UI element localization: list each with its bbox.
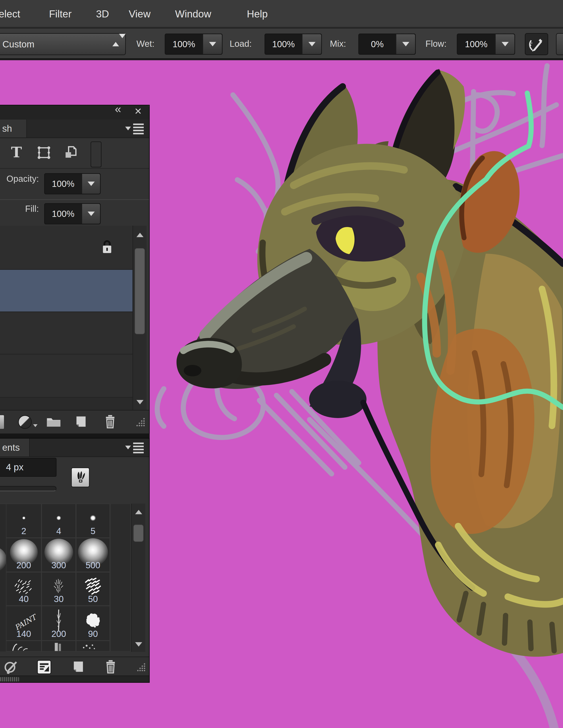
scrollbar-thumb[interactable] xyxy=(135,248,145,334)
brush-horizontal-scrollbar[interactable] xyxy=(0,675,149,682)
brush-preset[interactable]: 200 xyxy=(41,606,76,641)
brush-preset-grid: 2 4 5 200 300 500 xyxy=(6,504,110,651)
layer-row-selected[interactable] xyxy=(0,270,132,312)
brush-preset-partial[interactable] xyxy=(41,641,76,651)
folder-icon xyxy=(46,416,61,427)
panel-resize-grip[interactable] xyxy=(135,661,146,673)
brush-preset[interactable]: 30 xyxy=(41,572,76,606)
opacity-label: Opacity: xyxy=(0,174,39,184)
shape-filter-icon[interactable] xyxy=(37,146,51,160)
opacity-dropdown[interactable] xyxy=(81,174,100,194)
adjustment-layer-button[interactable] xyxy=(18,415,32,429)
mix-dropdown[interactable] xyxy=(396,34,415,54)
preset-stepper[interactable] xyxy=(112,38,119,51)
delete-preset-button[interactable] xyxy=(104,660,117,675)
wet-dropdown[interactable] xyxy=(202,34,222,54)
new-preset-button[interactable] xyxy=(71,660,85,674)
fill-field[interactable]: 100% xyxy=(44,203,101,224)
trash-icon xyxy=(104,415,117,429)
opacity-field[interactable]: 100% xyxy=(44,173,101,194)
brush-preset[interactable]: 4 xyxy=(41,504,76,538)
fill-label: Fill: xyxy=(0,204,39,214)
scroll-up-icon[interactable] xyxy=(136,233,143,237)
brush-scrollbar[interactable] xyxy=(131,504,145,652)
brush-preset[interactable]: PAINT 140 xyxy=(6,606,41,641)
flow-label: Flow: xyxy=(426,39,447,49)
brush-size-slider[interactable] xyxy=(0,486,56,491)
options-partial-button[interactable] xyxy=(556,33,563,55)
brush-settings-button[interactable] xyxy=(4,659,20,676)
new-layer-button[interactable] xyxy=(74,415,88,429)
type-filter-icon[interactable]: T xyxy=(11,144,22,161)
layer-row[interactable] xyxy=(0,312,132,355)
close-panel-icon[interactable]: ✕ xyxy=(134,106,142,117)
layer-list xyxy=(0,226,132,410)
preset-view-button[interactable] xyxy=(37,660,51,674)
caret-down-icon xyxy=(33,424,38,427)
layer-row-background[interactable] xyxy=(0,226,132,270)
photoshop-window: elect Filter 3D View Window Help Custom … xyxy=(0,0,563,728)
scroll-down-icon[interactable] xyxy=(135,642,142,647)
menu-window[interactable]: Window xyxy=(175,4,211,24)
brush-preset-partial[interactable] xyxy=(6,641,41,651)
scroll-down-icon[interactable] xyxy=(136,400,143,404)
scroll-up-icon[interactable] xyxy=(135,510,142,514)
brush-tab-row: ents xyxy=(0,439,149,457)
brush-preset[interactable]: 500 xyxy=(76,538,110,572)
brush-size-field[interactable]: 4 px xyxy=(0,458,56,477)
delete-layer-button[interactable] xyxy=(104,415,117,430)
brush-preset[interactable]: 5 xyxy=(76,504,110,538)
chevron-down-icon xyxy=(402,42,409,46)
brush-preset-partial[interactable] xyxy=(76,641,110,651)
wet-field[interactable]: 100% xyxy=(165,34,222,55)
layer-filter-toggle[interactable] xyxy=(90,141,102,167)
brush-preset[interactable]: 90 xyxy=(76,606,110,641)
bristle-preview-button[interactable] xyxy=(71,467,90,487)
panel-menu-icon[interactable] xyxy=(125,443,144,454)
brush-preset[interactable]: 50 xyxy=(76,572,110,606)
link-layers-icon[interactable] xyxy=(0,415,4,429)
collapse-panel-icon[interactable]: « xyxy=(115,102,120,116)
new-group-button[interactable] xyxy=(46,416,61,428)
menu-3d[interactable]: 3D xyxy=(96,4,109,24)
layers-bottom-toolbar xyxy=(0,410,149,433)
brush-preset[interactable]: 300 xyxy=(41,538,76,572)
wet-label: Wet: xyxy=(136,39,154,49)
new-layer-icon xyxy=(74,415,88,428)
scrollbar-thumb[interactable] xyxy=(133,525,143,542)
brush-thumb-dot xyxy=(22,516,25,520)
hscroll-thumb[interactable] xyxy=(0,677,19,681)
brush-grid-gutter xyxy=(110,504,131,651)
load-dropdown[interactable] xyxy=(302,34,321,54)
mix-field[interactable]: 0% xyxy=(358,34,416,55)
layers-panel-tab[interactable]: sh xyxy=(0,120,27,137)
airbrush-toggle-button[interactable] xyxy=(525,33,548,55)
smart-object-filter-icon[interactable] xyxy=(63,145,78,160)
menu-filter[interactable]: Filter xyxy=(49,4,71,24)
flow-field[interactable]: 100% xyxy=(457,34,515,55)
adjustment-layer-icon xyxy=(18,415,32,429)
brush-preset[interactable]: 2 xyxy=(6,504,41,538)
preset-value: Custom xyxy=(2,39,34,50)
brush-preset[interactable]: 40 xyxy=(6,572,41,606)
panel-menu-icon[interactable] xyxy=(125,124,144,135)
brush-bottom-toolbar xyxy=(0,657,149,677)
chevron-down-icon xyxy=(88,182,95,186)
menu-view[interactable]: View xyxy=(129,4,150,24)
brush-preset-select[interactable]: Custom xyxy=(0,33,126,55)
flow-dropdown[interactable] xyxy=(495,34,514,54)
layers-panel-titlebar: « ✕ xyxy=(0,105,149,120)
brush-preset[interactable]: 200 xyxy=(6,538,41,572)
chevron-down-icon xyxy=(502,42,509,46)
trash-icon xyxy=(104,660,117,674)
load-field[interactable]: 100% xyxy=(264,34,322,55)
menu-select[interactable]: elect xyxy=(0,4,20,24)
layers-scrollbar[interactable] xyxy=(132,226,147,410)
menu-help[interactable]: Help xyxy=(247,4,268,24)
fill-dropdown[interactable] xyxy=(81,204,100,224)
panel-resize-grip[interactable] xyxy=(134,416,146,428)
brush-thumb-dot xyxy=(90,515,96,521)
layer-row[interactable] xyxy=(0,355,132,398)
brush-panel-tab[interactable]: ents xyxy=(0,439,30,456)
mix-label: Mix: xyxy=(330,39,346,49)
